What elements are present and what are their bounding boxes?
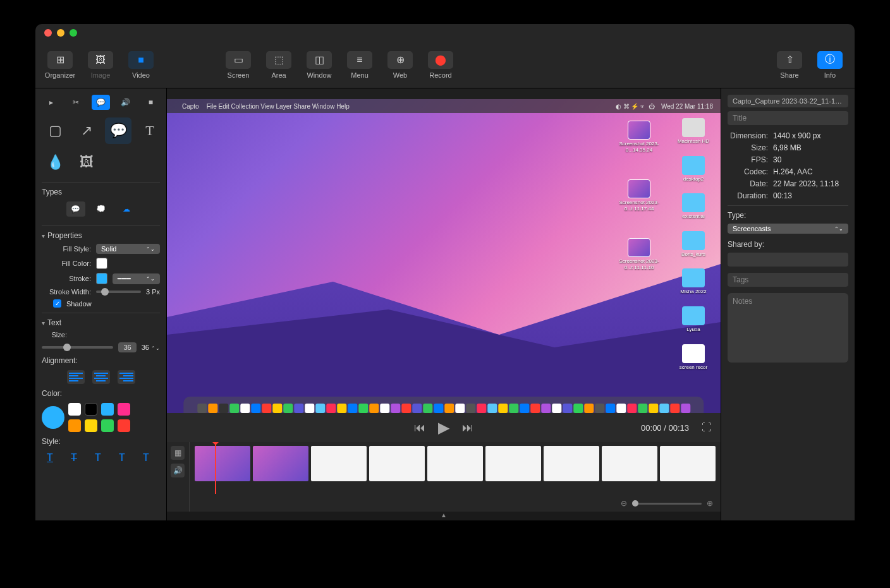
color-current[interactable]	[42, 406, 64, 429]
titlebar	[35, 24, 855, 42]
text-section-label: ▾Text	[42, 318, 160, 327]
tags-input[interactable]: Tags	[728, 273, 848, 287]
timeline-zoom-slider[interactable]	[632, 503, 702, 505]
properties-label: ▾Properties	[42, 231, 160, 240]
timeline-frame[interactable]	[427, 446, 483, 481]
timeline-frame[interactable]	[485, 446, 541, 481]
action-share[interactable]: ⇧Share	[771, 51, 808, 79]
color-swatch-1[interactable]	[85, 403, 97, 416]
style-plain[interactable]: T	[90, 451, 106, 465]
filename-field[interactable]: Capto_Capture 2023-03-22_11-18-5	[728, 95, 848, 107]
color-label: Color:	[42, 389, 160, 398]
capture-screen[interactable]: ▭Screen	[220, 51, 257, 79]
align-right-button[interactable]	[118, 370, 135, 384]
type-label: Type:	[728, 211, 848, 220]
tab-video[interactable]: ■Video	[123, 51, 159, 79]
callout-type-square[interactable]: 💬	[66, 201, 85, 217]
stroke-color-swatch[interactable]	[96, 273, 107, 284]
tool-callout[interactable]: 💬	[105, 117, 131, 144]
zoom-window-button[interactable]	[70, 29, 77, 37]
callout-type-round[interactable]: 💭	[92, 201, 111, 217]
color-swatch-6[interactable]	[101, 419, 114, 432]
mode-audio-icon[interactable]: 🔊	[116, 95, 135, 110]
fill-style-label: Fill Style:	[42, 245, 91, 253]
timeline-audio-track-button[interactable]: 🔊	[171, 464, 185, 477]
color-swatch-2[interactable]	[101, 403, 114, 416]
toolbar-label: Area	[271, 71, 286, 79]
color-swatch-4[interactable]	[68, 419, 81, 432]
capture-menu[interactable]: ≡Menu	[341, 51, 378, 79]
callout-type-thought[interactable]: ☁	[117, 201, 136, 217]
tab-organizer[interactable]: ⊞Organizer	[42, 51, 78, 79]
title-input[interactable]: Title	[728, 111, 848, 125]
text-size-slider[interactable]	[42, 346, 113, 349]
desktop-icon: Screenshot 2023-0...14.35.24	[617, 121, 661, 153]
timeline-frame[interactable]	[253, 446, 308, 481]
fill-color-swatch[interactable]	[96, 258, 107, 269]
style-shadow[interactable]: T	[114, 451, 130, 465]
tool-text[interactable]: T	[137, 117, 163, 144]
timeline-frame[interactable]	[602, 446, 657, 481]
style-outline[interactable]: T	[138, 451, 154, 465]
fill-style-select[interactable]: Solid⌃⌄	[96, 244, 160, 254]
capture-record[interactable]: ⬤Record	[422, 51, 459, 79]
fullscreen-button[interactable]: ⛶	[702, 422, 712, 433]
color-swatch-3[interactable]	[118, 403, 130, 416]
mode-annotate-icon[interactable]: 💬	[92, 95, 110, 110]
image-icon: 🖼	[88, 51, 113, 69]
stroke-width-slider[interactable]	[96, 291, 141, 293]
timeline-frame[interactable]	[544, 446, 599, 481]
timeline-frame[interactable]	[195, 446, 250, 481]
toolbar: ⊞Organizer🖼Image■Video ▭Screen⬚Area◫Wind…	[35, 42, 855, 88]
mode-cut-icon[interactable]: ✂	[66, 95, 85, 110]
color-swatch-5[interactable]	[85, 419, 97, 432]
tool-blur[interactable]: 💧	[42, 149, 68, 176]
style-underline[interactable]: T	[42, 451, 58, 465]
desktop-icon: Boris_kurs	[671, 231, 716, 258]
mode-video-icon[interactable]: ▸	[42, 95, 60, 110]
area-icon: ⬚	[266, 51, 291, 69]
screen-icon: ▭	[226, 51, 251, 69]
shadow-checkbox[interactable]: ✓	[53, 299, 61, 308]
notes-input[interactable]: Notes	[728, 293, 848, 363]
tab-image[interactable]: 🖼Image	[82, 51, 119, 79]
zoom-in-icon[interactable]: ⊕	[707, 499, 713, 508]
zoom-out-icon[interactable]: ⊖	[621, 499, 627, 508]
forward-button[interactable]: ⏭	[462, 421, 473, 435]
align-left-button[interactable]	[67, 370, 85, 384]
tool-rect[interactable]: ▢	[42, 117, 68, 144]
shared-by-field	[728, 253, 848, 267]
style-strikethrough[interactable]: T	[66, 451, 82, 465]
center-area: Capto File Edit Collection View Layer Sh…	[167, 88, 721, 520]
rewind-button[interactable]: ⏮	[414, 421, 425, 435]
minimize-window-button[interactable]	[57, 29, 64, 37]
timeline-frame[interactable]	[660, 446, 716, 481]
color-swatch-0[interactable]	[68, 403, 81, 416]
mode-camera-icon[interactable]: ■	[142, 95, 160, 110]
timeline-frame[interactable]	[369, 446, 425, 481]
playhead[interactable]	[215, 442, 216, 494]
toolbar-label: Record	[429, 71, 451, 79]
tool-image[interactable]: 🖼	[73, 149, 100, 176]
capture-area[interactable]: ⬚Area	[260, 51, 297, 79]
type-select[interactable]: Screencasts⌃⌄	[728, 224, 848, 234]
video-preview[interactable]: Capto File Edit Collection View Layer Sh…	[167, 88, 721, 413]
app-window: ⊞Organizer🖼Image■Video ▭Screen⬚Area◫Wind…	[35, 24, 855, 520]
toolbar-label: Screen	[228, 71, 250, 79]
desktop-icon: Lyuba	[671, 306, 716, 333]
stroke-style-select[interactable]: ━━━⌃⌄	[113, 273, 160, 284]
color-swatch-7[interactable]	[118, 419, 130, 432]
timeline-expander[interactable]: ▲	[167, 512, 721, 520]
capture-web[interactable]: ⊕Web	[382, 51, 418, 79]
close-window-button[interactable]	[44, 29, 52, 37]
size-label: Size:	[42, 331, 67, 339]
stroke-width-value: 3 Px	[146, 288, 160, 296]
tool-arrow[interactable]: ↗	[73, 117, 100, 144]
align-center-button[interactable]	[92, 370, 110, 384]
capture-window[interactable]: ◫Window	[301, 51, 338, 79]
timeline-frame[interactable]	[311, 446, 367, 481]
play-button[interactable]: ▶	[438, 419, 449, 436]
timeline-video-track-button[interactable]: ▦	[171, 446, 185, 460]
action-info[interactable]: ⓘInfo	[812, 51, 848, 79]
video-icon: ■	[128, 51, 154, 69]
